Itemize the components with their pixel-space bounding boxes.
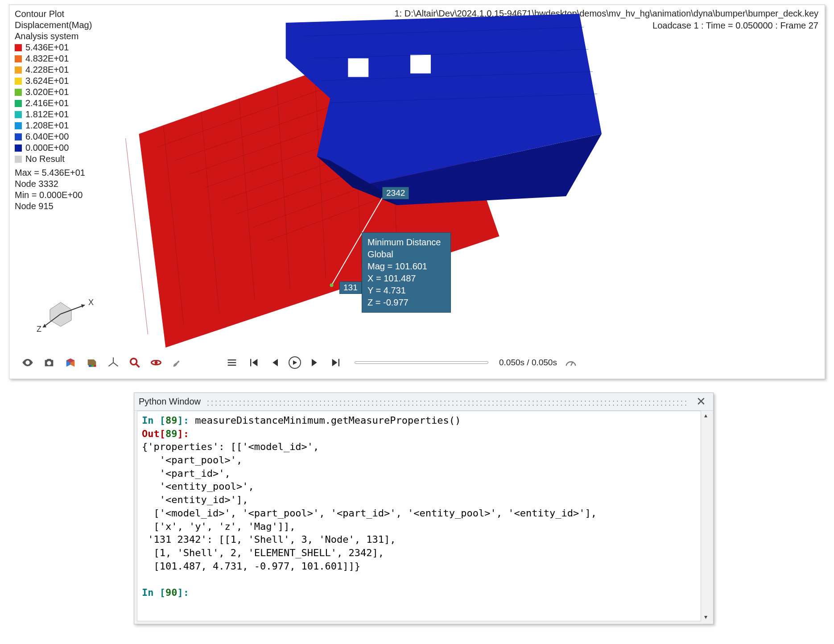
- viewport-toolbar: 0.050s / 0.050s: [20, 353, 818, 372]
- play-button[interactable]: [289, 356, 301, 369]
- axis-x-label: X: [88, 298, 94, 307]
- console-scrollbar[interactable]: ▴ ▾: [701, 411, 710, 621]
- svg-marker-30: [81, 304, 85, 308]
- info-system: Global: [367, 248, 445, 260]
- scroll-up-icon[interactable]: ▴: [704, 412, 707, 419]
- axis-icon[interactable]: [106, 355, 121, 370]
- skip-start-icon[interactable]: [246, 355, 261, 370]
- orbit-icon[interactable]: [149, 355, 164, 370]
- measure-info-box[interactable]: Minimum Distance Global Mag = 101.601 X …: [362, 232, 451, 313]
- view-axis-widget[interactable]: X Z: [41, 292, 99, 334]
- python-console[interactable]: In [89]: measureDistanceMinimum.getMeasu…: [137, 411, 710, 621]
- skip-end-icon[interactable]: [329, 355, 344, 370]
- layers-icon[interactable]: [84, 355, 99, 370]
- step-back-icon[interactable]: [267, 355, 282, 370]
- svg-line-38: [113, 363, 118, 366]
- brush-icon[interactable]: [170, 355, 185, 370]
- svg-rect-20: [348, 58, 368, 77]
- python-window-title: Python Window: [139, 396, 201, 407]
- python-window: Python Window ✕ In [89]: measureDistance…: [134, 392, 714, 624]
- svg-rect-21: [410, 55, 431, 74]
- svg-rect-35: [89, 365, 91, 367]
- svg-point-26: [330, 284, 333, 287]
- info-x: X = 101.487: [367, 272, 445, 285]
- scroll-down-icon[interactable]: ▾: [704, 613, 707, 620]
- close-icon[interactable]: ✕: [694, 395, 709, 409]
- zoom-icon[interactable]: [127, 355, 142, 370]
- svg-point-39: [131, 359, 137, 365]
- info-title: Minimum Distance: [367, 236, 445, 248]
- python-window-titlebar[interactable]: Python Window ✕: [134, 393, 713, 411]
- eye-icon[interactable]: [20, 355, 35, 370]
- node-label-131[interactable]: 131: [339, 281, 362, 294]
- timeline-time: 0.050s / 0.050s: [499, 358, 557, 367]
- menu-icon[interactable]: [224, 355, 239, 370]
- node-label-2342[interactable]: 2342: [382, 187, 409, 199]
- info-y: Y = 4.731: [367, 285, 445, 297]
- console-output: {'properties': [['<model_id>', '<part_po…: [142, 441, 597, 571]
- svg-marker-46: [293, 360, 297, 365]
- camera-icon[interactable]: [41, 355, 57, 370]
- info-mag: Mag = 101.601: [367, 260, 445, 272]
- step-forward-icon[interactable]: [307, 355, 322, 370]
- console-content: In [89]: measureDistanceMinimum.getMeasu…: [142, 414, 706, 599]
- axis-z-label: Z: [37, 325, 41, 334]
- svg-line-37: [109, 363, 114, 366]
- cube-color-icon[interactable]: [63, 355, 78, 370]
- svg-point-42: [155, 361, 158, 364]
- info-z: Z = -0.977: [367, 297, 445, 309]
- speed-icon[interactable]: [563, 355, 578, 370]
- timeline-slider[interactable]: [355, 361, 488, 364]
- 3d-scene[interactable]: [9, 5, 825, 379]
- titlebar-grip[interactable]: [206, 398, 688, 406]
- viewport-panel: 1: D:\Altair\Dev\2024.1.0.15-94671\hwdes…: [9, 4, 825, 379]
- svg-line-40: [136, 364, 140, 367]
